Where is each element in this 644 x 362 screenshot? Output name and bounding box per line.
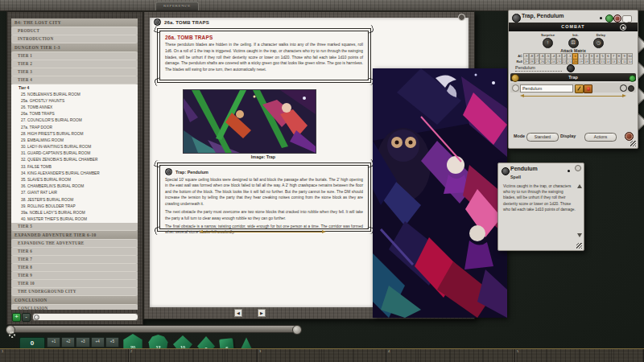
reference-window-tab[interactable]: REFERENCE: [155, 2, 199, 10]
toc-row[interactable]: 34. KING ALEXANDER'S BURIAL CHAMBER: [11, 171, 138, 177]
trap-image[interactable]: [183, 89, 316, 154]
modifier-plus-button[interactable]: +5: [105, 337, 119, 348]
attack-roll-button[interactable]: [575, 84, 584, 93]
matrix-roll-cell[interactable]: 25: [545, 59, 551, 65]
matrix-roll-cell[interactable]: 20: [572, 59, 578, 65]
collapse-all-button[interactable]: -: [22, 313, 31, 322]
combat-action-button[interactable]: !: [543, 38, 553, 48]
matrix-roll-cell[interactable]: 12: [617, 59, 622, 65]
combat-action-button[interactable]: ⚄: [568, 38, 579, 48]
fold-down-icon[interactable]: [577, 233, 582, 237]
matrix-roll-cell[interactable]: 29: [523, 59, 529, 65]
toc-row[interactable]: TIER 9: [11, 272, 138, 279]
toc-row[interactable]: TIER 10: [11, 280, 138, 287]
matrix-roll-cell[interactable]: 13: [611, 59, 617, 65]
hotkey-slot[interactable]: 1: [0, 349, 129, 362]
target-ring-icon[interactable]: [620, 84, 627, 92]
toc-row[interactable]: 32. QUEEN ZENOBIA'S BURIAL CHAMBER: [11, 157, 138, 163]
toc-row[interactable]: 40. MASTER THIEF'S BURIAL ROOM: [11, 216, 138, 223]
entry-options-button[interactable]: [628, 85, 634, 92]
toc-row[interactable]: B4: THE LOST CITY: [11, 19, 138, 27]
toc-row[interactable]: THE UNDERGROUND CITY: [11, 288, 138, 295]
toc-row[interactable]: 26a. TOMB TRAPS: [11, 111, 138, 117]
toc-row[interactable]: 36. CHAMBERLIN'S BURIAL ROOM: [11, 183, 138, 190]
toc-row[interactable]: INTRODUCTION: [11, 35, 138, 43]
toc-row[interactable]: EXPANDING THE ADVENTURE: [11, 240, 138, 247]
toc-row[interactable]: 39. ROLLING BOULDER TRAP: [11, 204, 138, 210]
hotkey-slot[interactable]: 3: [258, 349, 386, 362]
toc-row[interactable]: 25a. GHOSTLY HAUNTS: [11, 98, 138, 105]
mode-standard-button[interactable]: Standard: [526, 133, 559, 142]
hotkey-slot[interactable]: 2: [129, 349, 258, 362]
toc-row[interactable]: TIER 4: [11, 76, 138, 84]
prev-page-button[interactable]: ◀: [234, 309, 242, 317]
tip-link-icon[interactable]: [165, 168, 172, 175]
entry-bullet-icon[interactable]: [512, 84, 519, 92]
toc-row[interactable]: 35. SLAVE'S BURIAL ROOM: [11, 177, 138, 183]
toc-row[interactable]: 26. TOMB ANNEX: [11, 105, 138, 111]
modifier-plus-button[interactable]: +4: [91, 337, 105, 348]
fold-up-icon[interactable]: [577, 184, 582, 188]
matrix-roll-cell[interactable]: 16: [594, 59, 600, 65]
toc-row[interactable]: Tier 4: [11, 84, 138, 92]
chat-bubble-icon[interactable]: [622, 15, 632, 23]
close-button[interactable]: [575, 165, 581, 171]
toc-row[interactable]: TIER 7: [11, 256, 138, 263]
toc-row[interactable]: 27. COUNCILOR'S BURIAL ROOM: [11, 117, 138, 124]
entry-name-input[interactable]: Pendulum: [520, 84, 573, 93]
matrix-roll-cell[interactable]: 10: [627, 59, 633, 65]
resize-grip[interactable]: [630, 141, 636, 146]
expand-all-button[interactable]: +: [12, 313, 21, 322]
window-knob-icon[interactable]: [512, 14, 521, 23]
story-link-icon[interactable]: [154, 19, 161, 26]
display-actions-button[interactable]: Actions: [584, 133, 617, 142]
toc-row[interactable]: TIER 6: [11, 248, 138, 255]
toc-row[interactable]: 31. GUARD-CAPTAIN'S BURIAL ROOM: [11, 150, 138, 157]
matrix-roll-cell[interactable]: 18: [584, 59, 589, 65]
toc-row[interactable]: EXPANDED ADVENTURE TIER 6-10: [11, 231, 138, 239]
toc-row[interactable]: 39a. NOBLE LADY'S BURIAL ROOM: [11, 210, 138, 216]
token-indicator-icon[interactable]: [613, 14, 621, 23]
filter-input[interactable]: [32, 313, 138, 321]
matrix-roll-cell[interactable]: 11: [621, 59, 627, 65]
toc-row[interactable]: TIER 1: [11, 52, 138, 60]
matrix-roll-cell[interactable]: 19: [578, 59, 584, 65]
matrix-roll-cell[interactable]: 26: [539, 59, 545, 65]
matrix-roll-cell[interactable]: 14: [605, 59, 611, 65]
toc-row[interactable]: 38. JESTER'S BURIAL ROOM: [11, 197, 138, 204]
trap-name-field[interactable]: Pendulum: [515, 64, 562, 72]
toc-row[interactable]: 27a. TRAP DOOR: [11, 125, 138, 131]
toc-row[interactable]: 30. LADY-IN-WAITING'S BURIAL ROOM: [11, 144, 138, 150]
toc-row[interactable]: TIER 3: [11, 68, 138, 76]
toc-row[interactable]: CONCLUSION: [11, 296, 138, 304]
init-die-button[interactable]: [567, 64, 575, 72]
matrix-roll-cell[interactable]: 15: [600, 59, 605, 65]
artwork-window[interactable]: [373, 68, 507, 318]
lock-button[interactable]: [625, 132, 634, 141]
toc-row[interactable]: TIER 5: [11, 223, 138, 230]
window-knob-icon[interactable]: [502, 167, 510, 175]
matrix-roll-cell[interactable]: 24: [551, 59, 556, 65]
toc-row[interactable]: 37. GIANT RAT LAIR: [11, 190, 138, 196]
combat-radio-icon[interactable]: [620, 24, 626, 31]
toc-row[interactable]: 28. HIGH PRIEST'S BURIAL ROOM: [11, 131, 138, 138]
share-indicator-icon[interactable]: [605, 14, 613, 23]
combat-action-button[interactable]: ◷: [593, 38, 604, 48]
toc-row[interactable]: DUNGEON TIER 1-3: [11, 43, 138, 51]
toc-row[interactable]: CONCLUSION: [11, 305, 138, 310]
toc-row[interactable]: 29. EMBALMING ROOM: [11, 138, 138, 144]
modifier-plus-button[interactable]: +2: [61, 337, 75, 348]
matrix-roll-cell[interactable]: 27: [535, 59, 540, 65]
toc-row[interactable]: 25. NOBLEMAN'S BURIAL ROOM: [11, 92, 138, 98]
next-page-button[interactable]: ▶: [258, 309, 266, 317]
gear-icon[interactable]: [9, 331, 15, 338]
matrix-roll-cell[interactable]: 21: [567, 59, 572, 65]
toc-row[interactable]: 33. FALSE TOMB: [11, 164, 138, 171]
modifier-plus-button[interactable]: +3: [76, 337, 89, 348]
toc-row[interactable]: PRODUCT: [11, 27, 138, 35]
matrix-roll-cell[interactable]: 22: [562, 59, 568, 65]
matrix-roll-cell[interactable]: 28: [529, 59, 535, 65]
window-control-knob[interactable]: [458, 14, 465, 21]
hotkey-slot[interactable]: 5: [515, 349, 644, 362]
resize-grip[interactable]: [576, 243, 582, 249]
